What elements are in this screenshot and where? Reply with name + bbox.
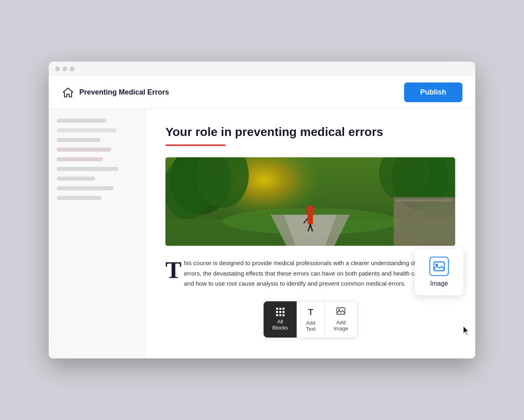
sidebar-line xyxy=(57,138,101,142)
sidebar-line xyxy=(57,196,101,200)
tooltip-label: Image xyxy=(430,280,448,287)
window-dot-red xyxy=(55,66,60,71)
svg-rect-24 xyxy=(434,262,444,271)
cursor xyxy=(462,325,471,338)
drop-cap: T xyxy=(165,261,182,279)
sidebar xyxy=(49,109,145,358)
window-dot-yellow xyxy=(62,66,67,71)
add-text-label: AddText xyxy=(306,320,316,332)
svg-point-25 xyxy=(435,264,438,266)
sidebar-line xyxy=(57,157,103,161)
sidebar-line xyxy=(57,167,118,171)
add-text-button[interactable]: T AddText xyxy=(297,301,325,338)
home-icon[interactable] xyxy=(62,86,74,99)
text-icon: T xyxy=(308,307,313,317)
publish-button[interactable]: Publish xyxy=(404,82,462,102)
image-icon-small xyxy=(336,307,345,317)
add-image-button[interactable]: AddImage xyxy=(325,301,357,338)
add-image-label: AddImage xyxy=(334,319,348,331)
header: Preventing Medical Errors Publish xyxy=(49,76,475,109)
body-text: This course is designed to provide medic… xyxy=(165,258,455,289)
content-area: Your role in preventing medical errors xyxy=(145,109,475,358)
sidebar-line xyxy=(57,177,95,181)
svg-rect-20 xyxy=(394,197,455,246)
header-left: Preventing Medical Errors xyxy=(62,86,169,99)
svg-point-12 xyxy=(306,206,314,214)
body-text-content: his course is designed to provide medica… xyxy=(184,259,451,287)
sidebar-line xyxy=(57,119,106,123)
block-toolbar-area: AllBlocks T AddText xyxy=(165,301,455,338)
title-underline xyxy=(165,144,226,146)
all-blocks-label: AllBlocks xyxy=(272,319,288,331)
app-window: Preventing Medical Errors Publish Your r… xyxy=(49,62,475,358)
tooltip-image-icon xyxy=(429,257,449,276)
sidebar-line xyxy=(57,186,113,190)
svg-rect-22 xyxy=(337,308,345,314)
window-dot-green xyxy=(70,66,74,71)
block-toolbar: AllBlocks T AddText xyxy=(263,301,357,338)
title-bar xyxy=(49,62,475,76)
hero-image xyxy=(165,157,455,246)
grid-icon xyxy=(276,308,285,316)
sidebar-line xyxy=(57,128,117,132)
page-title: Your role in preventing medical errors xyxy=(165,125,455,139)
image-tooltip: Image xyxy=(415,249,463,295)
svg-rect-21 xyxy=(396,200,453,202)
main-layout: Your role in preventing medical errors xyxy=(49,109,475,358)
header-title: Preventing Medical Errors xyxy=(79,88,169,97)
sidebar-line xyxy=(57,148,111,152)
all-blocks-button[interactable]: AllBlocks xyxy=(264,301,297,338)
